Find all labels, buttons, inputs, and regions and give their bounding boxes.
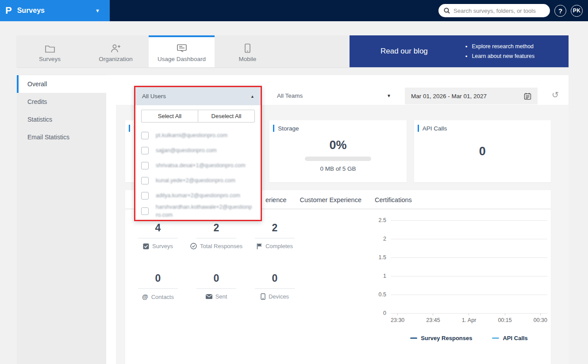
stat-label: Sent xyxy=(215,293,227,300)
stat-value: 0 xyxy=(187,272,246,284)
stat-completes: 2 Completes xyxy=(246,222,304,249)
sidebar-item[interactable]: Email Statistics xyxy=(17,128,106,146)
y-axis-tick: 2.5 xyxy=(371,217,386,223)
user-option-row[interactable]: aditya.kumar+2@questionpro.com xyxy=(141,188,255,203)
usage-tab[interactable]: erience xyxy=(265,196,287,203)
tab-usage-dashboard[interactable]: Usage Dashboard xyxy=(149,35,215,67)
user-option-row[interactable]: kunal.yede+2@questionpro.com xyxy=(141,173,255,188)
user-email: sajjan@questionpro.com xyxy=(156,146,217,154)
user-email: shrivatsa.desai+1@questionpro.com xyxy=(156,161,246,169)
mobile-icon xyxy=(244,42,251,53)
blog-bullet: •Explore research method xyxy=(465,43,534,50)
user-checkbox[interactable] xyxy=(141,207,149,215)
stat-total-responses: 2 Total Responses xyxy=(187,222,246,249)
sidebar-item[interactable]: Overall xyxy=(17,75,106,93)
usage-tab[interactable]: Certifications xyxy=(375,196,412,203)
divider xyxy=(196,288,236,289)
user-option-row[interactable]: harshvardhan.kothawale+2@questionpro.com xyxy=(141,203,255,219)
tab-mobile[interactable]: Mobile xyxy=(215,35,281,67)
product-name: Surveys xyxy=(17,7,45,15)
sidebar-item[interactable]: Credits xyxy=(17,93,106,111)
storage-card: Storage 0% 0 MB of 5 GB xyxy=(269,120,406,182)
blog-banner[interactable]: Read our blog •Explore research method •… xyxy=(350,35,569,67)
divider xyxy=(138,238,178,238)
stat-devices: 0 Devices xyxy=(246,272,304,300)
help-button[interactable]: ? xyxy=(554,5,566,17)
stat-contacts: 0 @Contacts xyxy=(129,272,187,300)
chart-grid: 2.5 2 1.5 1 0.5 0 xyxy=(371,220,547,313)
tab-organization[interactable]: Organization xyxy=(83,35,149,67)
stat-sent: 0 Sent xyxy=(187,272,246,300)
user-checkbox[interactable] xyxy=(141,132,149,139)
select-all-button[interactable]: Select All xyxy=(141,110,198,123)
person-add-icon xyxy=(110,42,122,53)
deselect-all-button[interactable]: Deselect All xyxy=(198,110,255,123)
gridline xyxy=(391,276,547,276)
user-checkbox[interactable] xyxy=(141,192,149,199)
gridline-row: 2 xyxy=(371,239,547,257)
gridline-row: 2.5 xyxy=(371,220,547,239)
reset-filters-icon[interactable]: ↻ xyxy=(552,90,559,100)
legend-item[interactable]: API Calls xyxy=(492,335,527,341)
user-option-row[interactable]: shrivatsa.desai+1@questionpro.com xyxy=(141,158,255,173)
search-input[interactable] xyxy=(453,8,545,14)
users-dropdown-toggle[interactable]: All Users ▲ xyxy=(135,87,261,105)
product-switcher[interactable]: P Surveys ▼ xyxy=(0,0,110,21)
calendar-icon xyxy=(524,92,531,100)
y-axis-tick: 0.5 xyxy=(371,291,386,298)
blog-banner-title: Read our blog xyxy=(380,47,428,56)
tab-label: Usage Dashboard xyxy=(158,56,206,62)
user-checkbox[interactable] xyxy=(141,177,149,184)
stat-value: 2 xyxy=(246,222,304,234)
api-calls-value: 0 xyxy=(479,145,486,158)
sidebar-item[interactable]: Statistics xyxy=(17,111,106,128)
storage-percent: 0% xyxy=(329,138,346,152)
divider xyxy=(196,238,236,238)
teams-dropdown[interactable]: All Teams ▼ xyxy=(270,87,396,105)
tab-surveys[interactable]: Surveys xyxy=(17,35,83,67)
x-axis-tick: 00:30 xyxy=(534,313,547,323)
gridline xyxy=(391,313,547,314)
accent-bar xyxy=(129,125,130,132)
bullet-icon: • xyxy=(465,43,468,50)
stat-label: Surveys xyxy=(152,243,173,249)
date-range-picker[interactable]: Mar 01, 2026 - Mar 01, 2027 xyxy=(405,88,538,104)
users-dropdown-highlighted: All Users ▲ Select All Deselect All pt.k… xyxy=(134,86,262,221)
dashboard-sidebar: Overall Credits Statistics Email Statist… xyxy=(17,75,106,364)
chevron-up-icon: ▲ xyxy=(250,94,254,99)
user-avatar[interactable]: PK xyxy=(571,5,583,17)
gridline xyxy=(391,295,547,295)
gridline xyxy=(391,239,547,239)
bullet-icon: • xyxy=(465,53,468,60)
legend-swatch-icon xyxy=(492,337,499,339)
x-axis-tick: 23:30 xyxy=(391,313,404,323)
storage-progress-bar xyxy=(305,157,371,161)
global-search[interactable] xyxy=(438,4,550,17)
product-tab-bar: Surveys Organization Usage Dashboard Mob… xyxy=(17,35,569,67)
x-axis-tick: 00:15 xyxy=(498,313,511,323)
chevron-down-icon: ▼ xyxy=(95,8,100,13)
tab-label: Mobile xyxy=(239,56,257,62)
top-navigation-bar: P Surveys ▼ ? PK xyxy=(0,0,588,21)
blog-banner-bullets: •Explore research method •Learn about ne… xyxy=(465,43,534,60)
dashboard-icon xyxy=(177,42,187,53)
user-option-row[interactable]: sajjan@questionpro.com xyxy=(141,143,255,158)
users-dropdown-label: All Users xyxy=(142,93,166,100)
api-calls-card: API Calls 0 xyxy=(414,120,551,182)
stat-value: 0 xyxy=(129,272,187,284)
gridline xyxy=(391,257,547,258)
user-checkbox[interactable] xyxy=(141,162,149,169)
at-icon: @ xyxy=(142,293,148,300)
x-axis-tick: 1. Apr xyxy=(462,313,477,323)
tab-label: Surveys xyxy=(39,56,61,62)
usage-line-chart: 2.5 2 1.5 1 0.5 0 23:30 xyxy=(371,216,547,341)
legend-item[interactable]: Survey Responses xyxy=(410,335,472,341)
user-checkbox[interactable] xyxy=(141,147,149,154)
usage-tab[interactable]: Customer Experience xyxy=(300,196,361,203)
storage-detail: 0 MB of 5 GB xyxy=(320,165,356,172)
stat-label: Total Responses xyxy=(200,243,242,249)
stat-value: 0 xyxy=(246,272,304,284)
search-icon xyxy=(444,8,450,14)
user-email: kunal.yede+2@questionpro.com xyxy=(156,176,235,184)
user-option-row[interactable]: pt.kulkarni@questionpro.com xyxy=(141,128,255,143)
